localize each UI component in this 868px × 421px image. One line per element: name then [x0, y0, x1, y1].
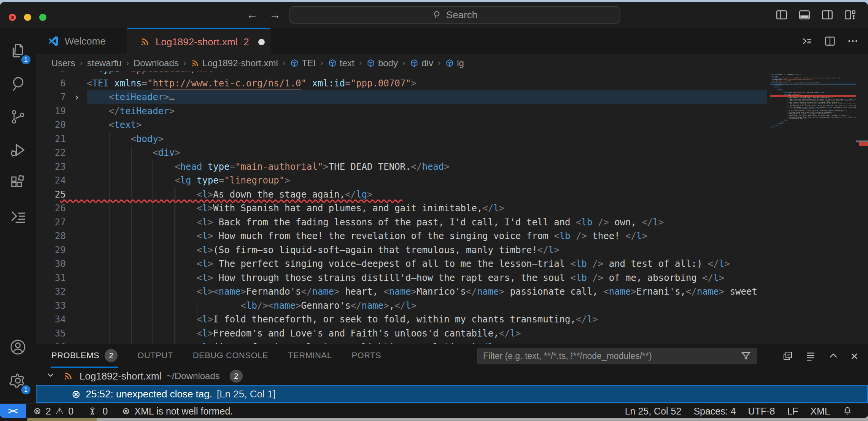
settings-badge: 1 [21, 385, 30, 394]
explorer-icon[interactable]: 1 [0, 34, 36, 67]
line-number: 6 [36, 77, 66, 91]
status-error-icon[interactable]: ⊗ [122, 406, 130, 416]
line-number: 22 [36, 146, 66, 160]
problems-filter-input[interactable]: Filter (e.g. text, **/*.ts, !**/node_mod… [477, 348, 757, 364]
code-line[interactable]: 19 </teiHeader> [36, 104, 767, 118]
filter-funnel-icon[interactable] [740, 350, 752, 362]
remote-indicator[interactable]: >< [0, 404, 26, 418]
code-line[interactable]: 20 <text> [36, 118, 767, 132]
encoding[interactable]: UTF-8 [748, 406, 775, 417]
panel-tab-output[interactable]: OUTPUT [137, 351, 173, 360]
language-mode[interactable]: XML [811, 406, 830, 417]
line-number: 27 [36, 215, 66, 230]
breadcrumb-item[interactable]: lg [445, 58, 464, 69]
maximize-panel-icon[interactable] [828, 350, 839, 362]
split-editor-icon[interactable] [824, 35, 836, 47]
toggle-secondary-sidebar-icon[interactable] [821, 8, 834, 21]
notifications-bell-icon[interactable] [842, 406, 853, 416]
breadcrumb-separator: › [183, 58, 186, 68]
more-actions-icon[interactable] [847, 35, 859, 47]
warnings-icon[interactable]: ⚠ [56, 406, 64, 416]
command-center-search[interactable]: Search [289, 6, 620, 24]
panel-tab-debug-console[interactable]: DEBUG CONSOLE [193, 351, 268, 360]
nav-forward-icon[interactable]: → [269, 8, 281, 21]
eol[interactable]: LF [787, 406, 798, 417]
code-line[interactable]: 30 <l> The perfect singing voice—deepest… [36, 257, 767, 271]
breadcrumb-label: lg [457, 58, 464, 69]
problems-file-row[interactable]: Log1892-short.xml ~/Downloads 2 [36, 367, 868, 385]
errors-icon[interactable]: ⊗ [33, 406, 41, 416]
panel-tab-problems[interactable]: PROBLEMS2 [51, 349, 118, 362]
breadcrumb-item[interactable]: text [328, 58, 355, 69]
indent-guide [131, 146, 132, 346]
breadcrumb-separator: › [321, 58, 323, 68]
close-panel-icon[interactable]: × [851, 350, 858, 362]
code-line[interactable]: 22 <div> [36, 146, 767, 160]
code-line[interactable]: 35 <l>Freedom's and Love's and Faith's u… [36, 327, 767, 341]
symbol-icon [366, 59, 375, 68]
problem-row-selected[interactable]: ⊗ 25:52: unexpected close tag. [Ln 25, C… [36, 385, 868, 403]
breadcrumb-item[interactable]: Downloads [134, 58, 179, 69]
code-line[interactable]: 33 <lb/><name>Gennaro's</name>,</l> [36, 299, 767, 313]
status-bar: >< ⊗ 2 ⚠ 0 0 ⊗ XML is not well formed. L… [0, 403, 868, 418]
breadcrumb-item[interactable]: TEI [290, 58, 316, 69]
code-line[interactable]: 5 type="application/xml"?> [36, 72, 767, 77]
view-as-table-icon[interactable] [805, 350, 816, 362]
collapse-all-icon[interactable] [782, 350, 793, 362]
indentation[interactable]: Spaces: 4 [693, 406, 736, 417]
modified-dot-icon[interactable] [258, 39, 265, 45]
search-view-icon[interactable] [0, 67, 36, 100]
breadcrumb-label: text [340, 58, 355, 69]
ports-icon[interactable] [87, 406, 98, 416]
code-line[interactable]: 32 <l><name>Fernando's</name> heart, <na… [36, 285, 767, 299]
cursor-position[interactable]: Ln 25, Col 52 [625, 406, 682, 417]
breadcrumb-item[interactable]: body [366, 58, 398, 69]
accounts-icon[interactable] [0, 330, 36, 364]
zoom-window-button[interactable] [39, 14, 46, 21]
code-text: <l>Freedom's and Love's and Faith's unlo… [87, 327, 521, 341]
code-line[interactable]: 27 <l> Back from the fading lessons of t… [36, 215, 767, 230]
breadcrumb-item[interactable]: stewarfu [87, 58, 122, 69]
customize-layout-icon[interactable] [844, 8, 857, 21]
code-line[interactable]: 23 <head type="main-authorial">THE DEAD … [36, 160, 767, 174]
breadcrumb-item[interactable]: Users [51, 58, 75, 69]
status-message[interactable]: XML is not well formed. [134, 406, 233, 417]
panel-tab-terminal[interactable]: TERMINAL [288, 351, 332, 360]
code-line[interactable]: 21 <body> [36, 132, 767, 146]
code-line[interactable]: 28 <l> How much from thee! the revelatio… [36, 229, 767, 243]
code-editor[interactable]: 5 type="application/xml"?>6<TEI xmlns="h… [36, 72, 868, 346]
nav-back-icon[interactable]: ← [246, 8, 258, 21]
tab-welcome[interactable]: Welcome [36, 28, 127, 54]
panel-tab-label: OUTPUT [137, 351, 173, 360]
code-line[interactable]: 29 <l>(So firm—so liquid-soft—again that… [36, 243, 767, 257]
warnings-count[interactable]: 0 [68, 406, 74, 417]
breadcrumb-item[interactable]: Log1892-short.xml [191, 58, 278, 69]
fold-chevron-icon[interactable]: › [74, 90, 80, 104]
remote-explorer-icon[interactable] [0, 199, 36, 233]
run-menu-icon[interactable] [801, 35, 813, 47]
toggle-panel-icon[interactable] [798, 8, 811, 21]
code-line[interactable]: 7› <teiHeader>… [36, 90, 767, 104]
tab-file-active[interactable]: Log1892-short.xml 2 [127, 28, 270, 55]
problem-location: [Ln 25, Col 1] [217, 388, 276, 400]
extensions-icon[interactable] [0, 166, 36, 200]
errors-count[interactable]: 2 [46, 406, 51, 417]
code-line[interactable]: 24 <lg type="linegroup"> [36, 174, 767, 188]
settings-gear-icon[interactable]: 1 [0, 364, 36, 397]
minimize-window-button[interactable] [24, 14, 31, 21]
ports-count[interactable]: 0 [102, 406, 108, 417]
overview-ruler[interactable] [856, 72, 868, 346]
minimap[interactable]: <?xml version="1.0" encoding="UTF-8"?><?… [767, 72, 856, 346]
close-window-button[interactable] [9, 14, 16, 21]
panel-tab-ports[interactable]: PORTS [351, 351, 381, 360]
run-debug-icon[interactable] [0, 133, 36, 167]
chevron-down-icon[interactable] [45, 370, 56, 383]
code-line[interactable]: 34 <l>I fold thenceforth, or seek to fol… [36, 313, 767, 327]
code-line[interactable]: 25 <l>As down the stage again,</lg>xxxxx… [36, 188, 767, 202]
breadcrumb-item[interactable]: div [410, 58, 433, 69]
toggle-sidebar-icon[interactable] [775, 8, 788, 21]
source-control-icon[interactable] [0, 100, 36, 134]
code-line[interactable]: 6<TEI xmlns="http://www.tei-c.org/ns/1.0… [36, 77, 767, 91]
breadcrumb-label: TEI [302, 58, 316, 69]
code-line[interactable]: 31 <l> How through those strains distill… [36, 271, 767, 285]
